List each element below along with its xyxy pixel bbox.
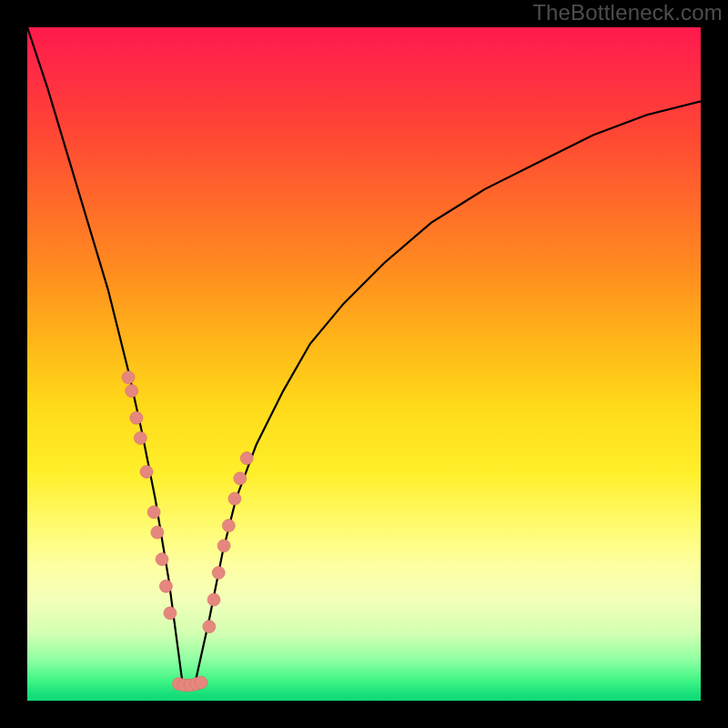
plot-area [27,27,701,701]
data-dot [156,553,168,566]
data-dot [159,580,172,592]
data-dot [130,411,143,424]
data-dot [151,526,164,539]
watermark-text: TheBottleneck.com [532,0,723,25]
data-dot [212,566,225,579]
curve-overlay-svg [27,27,701,701]
data-dot [122,371,135,384]
data-dot [195,676,207,689]
data-dot [126,385,138,398]
bottleneck-curve [27,27,701,681]
data-dot [222,520,235,532]
data-dot [217,540,230,552]
data-dot [147,506,160,519]
data-dot [164,607,177,620]
data-dot [134,431,147,444]
data-dot [207,593,220,606]
outer-frame: TheBottleneck.com [0,0,728,728]
data-dot [140,465,153,478]
dots-group [122,371,253,692]
data-dot [203,621,216,633]
data-dot [228,492,241,505]
data-dot [234,472,247,485]
data-dot [240,452,253,465]
curve-group [27,27,701,681]
